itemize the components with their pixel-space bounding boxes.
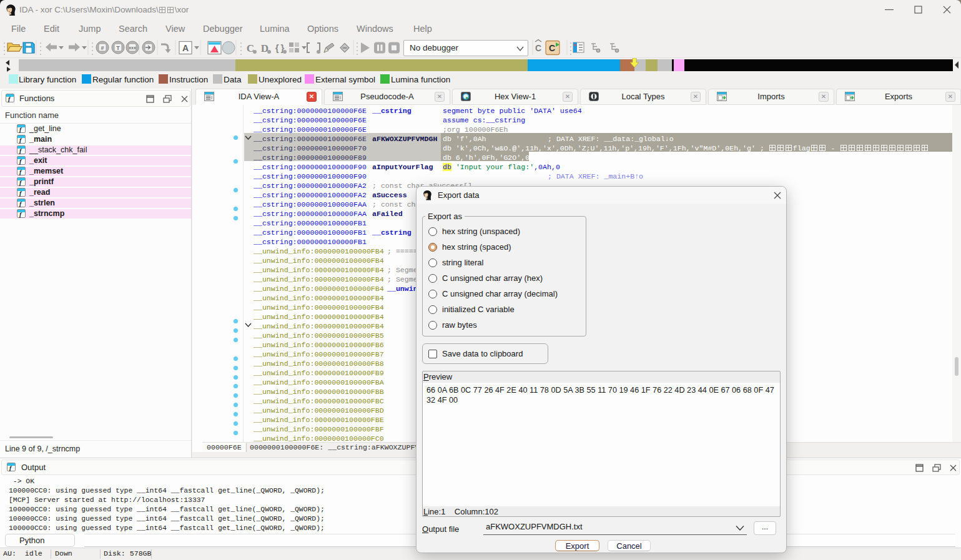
- svg-text:xxx: xxx: [129, 46, 136, 50]
- svg-text:T: T: [116, 45, 120, 51]
- svg-text:A: A: [182, 43, 189, 53]
- svg-text:C: C: [549, 43, 555, 53]
- svg-text:#: #: [101, 45, 104, 51]
- svg-text:C: C: [535, 43, 541, 53]
